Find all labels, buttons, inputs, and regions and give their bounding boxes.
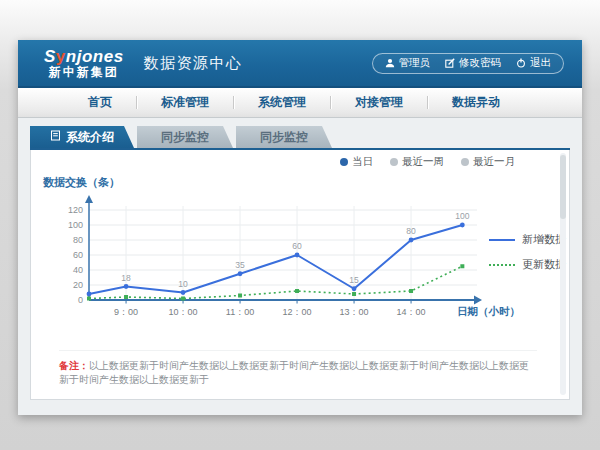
- tab-system-intro[interactable]: 系统介绍: [30, 126, 134, 148]
- svg-text:日期（小时）: 日期（小时）: [457, 305, 520, 318]
- footnote: 备注：以上数据更新于时间产生数据以上数据更新于时间产生数据以上数据更新于时间产生…: [59, 350, 537, 387]
- change-password-button[interactable]: 修改密码: [445, 56, 501, 70]
- svg-text:15: 15: [349, 275, 359, 285]
- tab-sync-monitor-2[interactable]: 同步监控: [236, 126, 332, 148]
- user-icon: [385, 58, 395, 68]
- edit-icon: [445, 58, 455, 68]
- line-chart: 0204060801001209：0010：0011：0012：0013：001…: [41, 192, 531, 337]
- radio-unselected-icon: [461, 158, 469, 166]
- radio-selected-icon: [340, 158, 348, 166]
- svg-text:100: 100: [455, 211, 469, 221]
- legend-item-updated-data[interactable]: 更新数据: [489, 257, 566, 272]
- radio-unselected-icon: [390, 158, 398, 166]
- radio-label: 最近一月: [473, 155, 515, 169]
- radio-last-month[interactable]: 最近一月: [461, 155, 515, 169]
- svg-text:80: 80: [406, 226, 416, 236]
- desktop-background: Synjones 新中新集团 数据资源中心 管理员 修改密码 退出: [0, 0, 600, 450]
- svg-text:13：00: 13：00: [340, 307, 369, 317]
- svg-text:80: 80: [73, 235, 83, 245]
- admin-user-label: 管理员: [399, 56, 431, 70]
- tab-label: 同步监控: [161, 129, 209, 146]
- content-area: 系统介绍 同步监控 同步监控 当日 最近一: [18, 118, 582, 415]
- svg-text:14：00: 14：00: [397, 307, 426, 317]
- tab-strip: 系统介绍 同步监控 同步监控: [30, 126, 570, 148]
- scrollbar-thumb[interactable]: [560, 155, 566, 219]
- footnote-label: 备注：: [59, 360, 89, 371]
- page-title: 数据资源中心: [144, 54, 243, 73]
- chart-legend: 新增数据 更新数据: [489, 232, 566, 282]
- panel-scrollbar[interactable]: [560, 153, 566, 395]
- nav-item-standards[interactable]: 标准管理: [137, 88, 233, 117]
- nav-item-data-changes[interactable]: 数据异动: [428, 88, 524, 117]
- green-dotted-swatch-icon: [489, 264, 515, 266]
- user-menu: 管理员 修改密码 退出: [372, 53, 565, 74]
- legend-item-new-data[interactable]: 新增数据: [489, 232, 566, 247]
- svg-text:0: 0: [78, 295, 83, 305]
- tab-label: 同步监控: [260, 129, 308, 146]
- radio-today[interactable]: 当日: [340, 155, 373, 169]
- logo-accent: y: [56, 47, 66, 66]
- logo-text: S: [44, 47, 56, 66]
- admin-user-button[interactable]: 管理员: [385, 56, 431, 70]
- svg-text:10：00: 10：00: [169, 307, 198, 317]
- nav-item-integration[interactable]: 对接管理: [331, 88, 427, 117]
- main-nav: 首页 标准管理 系统管理 对接管理 数据异动: [18, 88, 582, 118]
- y-axis-title: 数据交换（条）: [43, 175, 120, 190]
- logout-button[interactable]: 退出: [516, 56, 551, 70]
- time-range-radios: 当日 最近一周 最近一月: [340, 155, 515, 169]
- svg-text:12：00: 12：00: [283, 307, 312, 317]
- svg-text:18: 18: [121, 273, 131, 283]
- footnote-text: 以上数据更新于时间产生数据以上数据更新于时间产生数据以上数据更新于时间产生数据以…: [59, 360, 529, 385]
- radio-label: 最近一周: [402, 155, 444, 169]
- tab-sync-monitor-1[interactable]: 同步监控: [137, 126, 233, 148]
- nav-item-system[interactable]: 系统管理: [234, 88, 330, 117]
- svg-text:60: 60: [73, 250, 83, 260]
- svg-text:100: 100: [68, 220, 83, 230]
- document-icon: [50, 130, 61, 144]
- svg-text:10: 10: [178, 279, 188, 289]
- power-icon: [516, 58, 526, 68]
- logo-wordmark: Synjones: [44, 48, 124, 66]
- logo-text-2: njones: [66, 47, 124, 66]
- blue-line-swatch-icon: [489, 239, 515, 241]
- logout-label: 退出: [530, 56, 551, 70]
- svg-text:40: 40: [73, 265, 83, 275]
- tab-label: 系统介绍: [66, 129, 114, 146]
- nav-item-home[interactable]: 首页: [64, 88, 136, 117]
- svg-text:9：00: 9：00: [114, 307, 138, 317]
- app-header: Synjones 新中新集团 数据资源中心 管理员 修改密码 退出: [18, 40, 582, 88]
- app-window: Synjones 新中新集团 数据资源中心 管理员 修改密码 退出: [18, 40, 582, 415]
- svg-text:120: 120: [68, 205, 83, 215]
- svg-text:11：00: 11：00: [226, 307, 254, 317]
- svg-text:35: 35: [235, 260, 245, 270]
- radio-label: 当日: [352, 155, 373, 169]
- svg-text:20: 20: [73, 280, 83, 290]
- chart-panel: 当日 最近一周 最近一月 数据交换（条） 0204060801001209：00…: [30, 150, 570, 400]
- company-logo: Synjones 新中新集团: [44, 48, 124, 78]
- change-password-label: 修改密码: [459, 56, 501, 70]
- logo-subtitle: 新中新集团: [49, 66, 119, 79]
- svg-text:60: 60: [292, 241, 302, 251]
- radio-last-week[interactable]: 最近一周: [390, 155, 444, 169]
